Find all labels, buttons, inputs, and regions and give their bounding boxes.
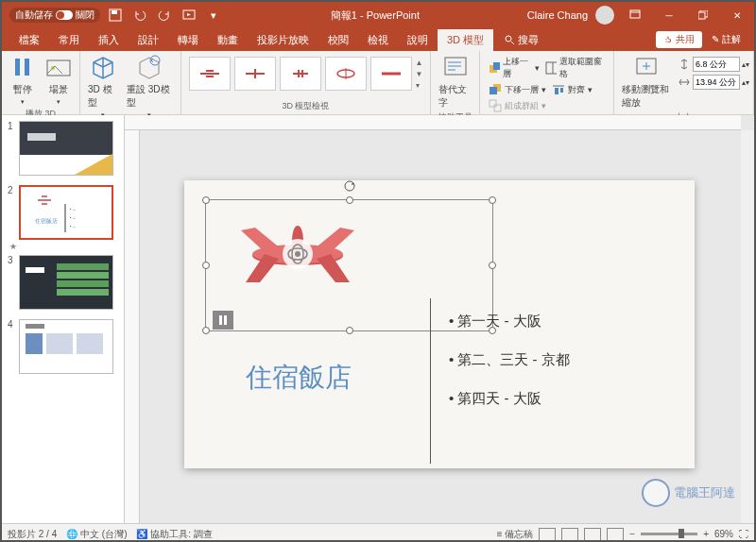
- sorter-view-icon[interactable]: [561, 528, 578, 541]
- bring-forward-button[interactable]: 上移一層 ▾: [486, 55, 542, 81]
- svg-text:住宿飯店: 住宿飯店: [34, 217, 58, 224]
- align-button[interactable]: 對齊 ▾: [549, 82, 595, 97]
- zoom-level[interactable]: 69%: [714, 529, 733, 539]
- slide-thumb-2[interactable]: 住宿飯店• …• …• …: [19, 185, 113, 240]
- undo-icon[interactable]: [130, 6, 149, 25]
- tab-view[interactable]: 檢視: [358, 29, 398, 51]
- resize-handle[interactable]: [346, 327, 353, 334]
- tab-transitions[interactable]: 轉場: [168, 29, 208, 51]
- zoom-slider[interactable]: [641, 533, 697, 535]
- title-bar: 自動儲存 關閉 ▾ 簡報1 - PowerPoint Claire Chang …: [2, 2, 754, 28]
- restore-icon[interactable]: [690, 4, 716, 26]
- group-adjust: 3D 模型▾ 重設 3D模型▾ 調整: [80, 51, 181, 114]
- slide-thumb-3[interactable]: [19, 255, 113, 310]
- slide-counter[interactable]: 投影片 2 / 4: [8, 528, 57, 541]
- view-thumb[interactable]: [234, 57, 276, 91]
- ruler-horizontal: [125, 115, 741, 130]
- views-gallery[interactable]: ▲ ▼ ▾: [185, 53, 427, 94]
- tab-slideshow[interactable]: 投影片放映: [248, 29, 318, 51]
- pause-button[interactable]: 暫停▾: [6, 53, 40, 108]
- pan-zoom-button[interactable]: 移動瀏覽和縮放: [618, 53, 676, 111]
- group-arrange: 上移一層 ▾ 選取範圍窗格 下移一層 ▾ 對齊 ▾ 組成群組 ▾ 排列: [480, 51, 613, 114]
- resize-handle[interactable]: [346, 196, 353, 204]
- gallery-down-icon[interactable]: ▼: [416, 70, 423, 78]
- width-input[interactable]: [693, 75, 740, 90]
- view-thumb[interactable]: [189, 57, 231, 91]
- resize-handle[interactable]: [202, 262, 210, 269]
- comments-button[interactable]: ✎ 註解: [706, 31, 747, 48]
- reading-view-icon[interactable]: [584, 528, 601, 541]
- alt-text-button[interactable]: 替代文字: [435, 53, 475, 111]
- resize-handle[interactable]: [202, 196, 210, 204]
- tab-3d-model[interactable]: 3D 模型: [438, 29, 493, 51]
- slideshow-view-icon[interactable]: [607, 528, 624, 541]
- airplane-3d-model[interactable]: [236, 207, 359, 296]
- slide-thumb-4[interactable]: [19, 319, 113, 374]
- search-label: 搜尋: [518, 33, 539, 47]
- svg-point-41: [295, 251, 301, 257]
- user-avatar-icon[interactable]: [595, 6, 614, 25]
- pause-icon: [9, 55, 36, 81]
- qat-more-icon[interactable]: ▾: [204, 6, 223, 25]
- ruler-vertical: [125, 130, 140, 523]
- resize-handle[interactable]: [202, 327, 210, 334]
- resize-handle[interactable]: [489, 196, 496, 204]
- slide-thumb-1[interactable]: [19, 121, 113, 176]
- tab-insert[interactable]: 插入: [89, 29, 129, 51]
- normal-view-icon[interactable]: [539, 528, 556, 541]
- tab-review[interactable]: 校閱: [318, 29, 358, 51]
- svg-rect-5: [698, 12, 705, 19]
- ribbon-display-icon[interactable]: [622, 4, 648, 26]
- send-backward-button[interactable]: 下移一層 ▾: [486, 82, 549, 97]
- resize-handle[interactable]: [489, 262, 496, 269]
- slide-canvas[interactable]: 住宿飯店 • 第一天 - 大阪 • 第二、三天 - 京都 • 第四天 - 大阪: [184, 180, 695, 468]
- group-play3d: 暫停▾ 場景▾ 播放 3D: [2, 51, 80, 114]
- sel-pane-icon: [545, 61, 557, 75]
- notes-button[interactable]: ≡ 備忘稿: [497, 528, 534, 541]
- close-icon[interactable]: ✕: [724, 4, 750, 26]
- tab-design[interactable]: 設計: [129, 29, 168, 51]
- share-button[interactable]: 🖒 共用: [656, 31, 702, 48]
- scrollbar-vertical[interactable]: [741, 130, 754, 523]
- slide-title[interactable]: 住宿飯店: [246, 360, 352, 396]
- gallery-up-icon[interactable]: ▲: [416, 59, 423, 67]
- 3d-model-button[interactable]: 3D 模型▾: [84, 53, 121, 121]
- language-status[interactable]: 🌐 中文 (台灣): [66, 528, 127, 541]
- selection-pane-button[interactable]: 選取範圍窗格: [542, 55, 608, 81]
- view-thumb[interactable]: [325, 57, 367, 91]
- backward-icon: [489, 83, 502, 96]
- group-label: 3D 模型檢視: [185, 100, 427, 112]
- bullet-item[interactable]: • 第四天 - 大阪: [449, 390, 570, 408]
- accessibility-status[interactable]: ♿ 協助工具: 調查: [136, 528, 212, 541]
- tab-home[interactable]: 常用: [49, 29, 89, 51]
- zoom-out-icon[interactable]: −: [629, 529, 635, 539]
- reset-3d-button[interactable]: 重設 3D模型▾: [123, 53, 176, 121]
- scene-button[interactable]: 場景▾: [42, 53, 76, 108]
- view-thumb[interactable]: [280, 57, 321, 91]
- rotate-handle-icon[interactable]: [343, 179, 356, 193]
- thumbnails-panel[interactable]: 1 2 住宿飯店• …• …• … ★ 3 4: [2, 115, 125, 523]
- zoom-in-icon[interactable]: +: [703, 529, 709, 539]
- height-input[interactable]: [693, 57, 740, 72]
- redo-icon[interactable]: [155, 6, 174, 25]
- bullet-item[interactable]: • 第二、三天 - 京都: [449, 351, 570, 369]
- slideshow-icon[interactable]: [180, 6, 198, 25]
- tab-help[interactable]: 說明: [398, 29, 438, 51]
- divider: [430, 298, 431, 464]
- tab-animations[interactable]: 動畫: [208, 29, 248, 51]
- ribbon: 暫停▾ 場景▾ 播放 3D 3D 模型▾ 重設 3D模型▾ 調整: [2, 51, 754, 115]
- bullet-list[interactable]: • 第一天 - 大阪 • 第二、三天 - 京都 • 第四天 - 大阪: [449, 313, 570, 429]
- search-box[interactable]: 搜尋: [505, 33, 539, 47]
- animation-pause-icon[interactable]: [213, 311, 233, 330]
- reset-cube-icon: [136, 55, 163, 81]
- save-icon[interactable]: [106, 6, 125, 25]
- minimize-icon[interactable]: ─: [656, 4, 682, 26]
- tab-file[interactable]: 檔案: [9, 29, 49, 51]
- fit-window-icon[interactable]: ⛶: [739, 529, 748, 539]
- svg-rect-28: [490, 100, 496, 107]
- gallery-more-icon[interactable]: ▾: [416, 81, 423, 90]
- view-thumb[interactable]: [370, 57, 412, 91]
- slide-editor[interactable]: 住宿飯店 • 第一天 - 大阪 • 第二、三天 - 京都 • 第四天 - 大阪: [125, 115, 754, 523]
- bullet-item[interactable]: • 第一天 - 大阪: [449, 313, 570, 330]
- autosave-toggle[interactable]: 自動儲存 關閉: [9, 8, 100, 23]
